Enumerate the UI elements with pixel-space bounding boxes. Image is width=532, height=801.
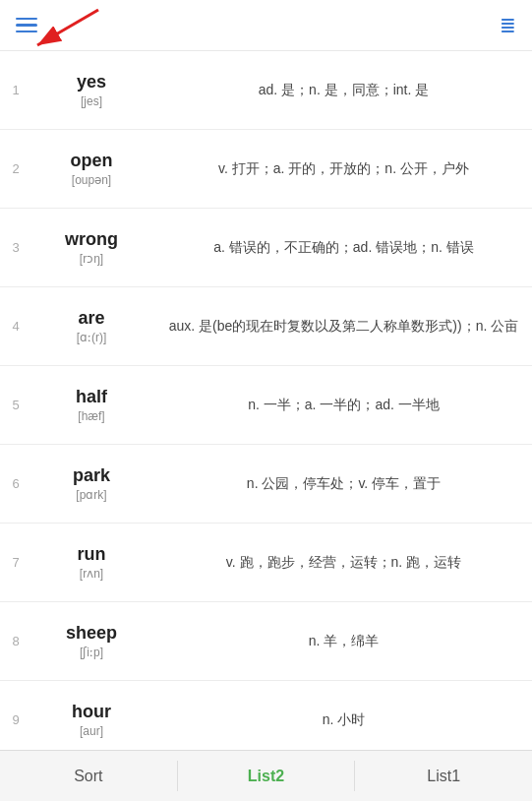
table-row[interactable]: 5 half [hæf] n. 一半；a. 一半的；ad. 一半地 [0, 366, 532, 445]
row-number: 7 [0, 555, 28, 570]
word-english-col: sheep [ʃiːp] [28, 623, 155, 659]
table-row[interactable]: 9 hour [aur] n. 小时 [0, 681, 532, 750]
word-definition: n. 公园，停车处；v. 停车，置于 [155, 472, 532, 494]
word-english: open [28, 151, 155, 171]
word-definition: ad. 是；n. 是，同意；int. 是 [155, 79, 532, 100]
word-english: run [28, 544, 155, 565]
word-english: wrong [28, 229, 155, 250]
table-row[interactable]: 3 wrong [rɔŋ] a. 错误的，不正确的；ad. 错误地；n. 错误 [0, 209, 532, 287]
word-definition: n. 羊，绵羊 [155, 630, 532, 651]
menu-line-3 [16, 31, 37, 33]
word-english-col: hour [aur] [28, 702, 155, 738]
word-phonetic: [pɑrk] [28, 488, 155, 502]
word-english: yes [28, 72, 155, 92]
row-number: 8 [0, 634, 28, 648]
row-number: 6 [0, 476, 28, 491]
menu-line-2 [16, 24, 37, 27]
word-english: half [28, 387, 155, 407]
list-view-icon[interactable]: ≣ [500, 14, 516, 37]
word-list: 1 yes [jes] ad. 是；n. 是，同意；int. 是 2 open … [0, 51, 532, 750]
word-phonetic: [ʃiːp] [28, 646, 155, 659]
word-english: are [28, 308, 155, 329]
row-number: 5 [0, 398, 28, 412]
table-row[interactable]: 2 open [oupən] v. 打开；a. 开的，开放的；n. 公开，户外 [0, 130, 532, 209]
row-number: 3 [0, 240, 28, 255]
word-english-col: open [oupən] [28, 151, 155, 187]
row-number: 1 [0, 83, 28, 97]
word-definition: n. 小时 [155, 709, 532, 730]
word-english: hour [28, 702, 155, 722]
word-definition: a. 错误的，不正确的；ad. 错误地；n. 错误 [155, 236, 532, 258]
word-english-col: yes [jes] [28, 72, 155, 108]
word-english: sheep [28, 623, 155, 644]
row-number: 4 [0, 319, 28, 334]
word-phonetic: [aur] [28, 724, 155, 738]
word-english-col: wrong [rɔŋ] [28, 229, 155, 266]
tab-bar: SortList2List1 [0, 750, 532, 801]
word-phonetic: [ɑː(r)] [28, 331, 155, 344]
tab-sort[interactable]: Sort [0, 751, 177, 801]
word-definition: v. 跑，跑步，经营，运转；n. 跑，运转 [155, 551, 532, 573]
header: ≣ [0, 0, 532, 51]
row-number: 9 [0, 712, 28, 727]
tab-list1[interactable]: List1 [355, 751, 532, 801]
tab-list2[interactable]: List2 [178, 751, 355, 801]
word-definition: v. 打开；a. 开的，开放的；n. 公开，户外 [155, 157, 532, 179]
table-row[interactable]: 1 yes [jes] ad. 是；n. 是，同意；int. 是 [0, 51, 532, 130]
word-english: park [28, 465, 155, 486]
table-row[interactable]: 8 sheep [ʃiːp] n. 羊，绵羊 [0, 602, 532, 681]
row-number: 2 [0, 161, 28, 176]
table-row[interactable]: 4 are [ɑː(r)] aux. 是(be的现在时复数以及第二人称单数形式)… [0, 287, 532, 366]
word-phonetic: [hæf] [28, 409, 155, 423]
table-row[interactable]: 7 run [rʌn] v. 跑，跑步，经营，运转；n. 跑，运转 [0, 524, 532, 602]
menu-line-1 [16, 18, 37, 21]
word-definition: n. 一半；a. 一半的；ad. 一半地 [155, 394, 532, 415]
word-english-col: are [ɑː(r)] [28, 308, 155, 344]
word-english-col: park [pɑrk] [28, 465, 155, 502]
word-phonetic: [rʌn] [28, 567, 155, 581]
word-definition: aux. 是(be的现在时复数以及第二人称单数形式))；n. 公亩 [155, 315, 532, 337]
word-phonetic: [jes] [28, 94, 155, 108]
word-phonetic: [rɔŋ] [28, 252, 155, 266]
word-phonetic: [oupən] [28, 173, 155, 187]
menu-button[interactable] [16, 18, 37, 33]
word-english-col: run [rʌn] [28, 544, 155, 581]
word-english-col: half [hæf] [28, 387, 155, 423]
table-row[interactable]: 6 park [pɑrk] n. 公园，停车处；v. 停车，置于 [0, 445, 532, 524]
